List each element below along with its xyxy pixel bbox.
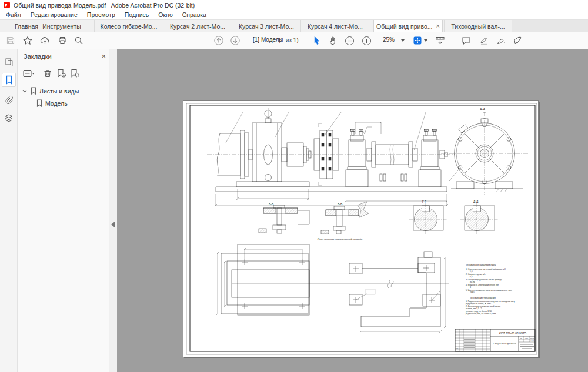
- tab-kursach-3[interactable]: Курсач 3 лист-Мо...: [232, 20, 300, 32]
- bookmark-child-label: Модель: [45, 100, 68, 107]
- tech-req-heading: Технические требования: [470, 297, 496, 299]
- page-fit-button[interactable]: [410, 33, 425, 48]
- add-bookmark-button[interactable]: [55, 67, 68, 80]
- title-block: КСЛ 201-03.00.00ВО Общий вид привода Лит…: [455, 329, 535, 351]
- toolbar-separator: [453, 36, 453, 45]
- search-icon: [74, 36, 83, 45]
- tab-kursach-4[interactable]: Курсач 4 лист-Мо...: [300, 20, 369, 32]
- menu-item-file[interactable]: Файл: [0, 11, 26, 18]
- pdf-page[interactable]: А-А: [183, 100, 539, 357]
- tab-tools[interactable]: Инструменты: [41, 20, 82, 32]
- main-toolbar: [1] Модель (1 из 1) 25%: [0, 32, 588, 49]
- bookmark-root-item[interactable]: Листы и виды: [22, 87, 79, 95]
- delete-bookmark-button[interactable]: [41, 67, 54, 80]
- select-tool-button[interactable]: [309, 33, 323, 48]
- svg-text:5,0: 5,0: [470, 270, 473, 273]
- tab-koleso-gibkoe[interactable]: Колесо гибкое-Мо...: [94, 20, 163, 32]
- svg-text:2. Скорость цепи, м/с: 2. Скорость цепи, м/с: [466, 273, 486, 276]
- acrobat-app-icon: [4, 2, 10, 8]
- attachments-panel-button[interactable]: [2, 92, 16, 106]
- chevron-down-icon[interactable]: [22, 88, 28, 94]
- menu-bar: Файл Редактирование Просмотр Подпись Окн…: [0, 10, 588, 19]
- find-button[interactable]: [72, 33, 86, 48]
- pages-icon: [4, 58, 14, 67]
- bookmark-root-label: Листы и виды: [39, 88, 79, 95]
- fill-sign-tool-button[interactable]: [510, 33, 524, 48]
- svg-text:Изм. Лист № докум. Подп. Да: Изм. Лист № докум. Подп. Дата: [456, 333, 473, 334]
- app-body: Закладки × Листы и виды Модел: [0, 49, 588, 372]
- tab-label: Курсач 4 лист-Мо...: [308, 23, 363, 30]
- save-button[interactable]: [4, 33, 18, 48]
- hand-tool-button[interactable]: [326, 33, 340, 48]
- tab-strip: Главная Инструменты Колесо гибкое-Мо... …: [0, 19, 588, 32]
- print-button[interactable]: [55, 33, 69, 48]
- sign-tool-button[interactable]: [494, 33, 508, 48]
- scale-value: 1:2,5: [530, 340, 534, 342]
- layers-panel-button[interactable]: [2, 111, 16, 125]
- paperclip-icon: [4, 95, 14, 104]
- fit-caret-icon[interactable]: [424, 39, 427, 42]
- bookmark-child-item[interactable]: Модель: [36, 99, 68, 107]
- zoom-in-button[interactable]: [359, 33, 373, 48]
- bookmark-icon: [5, 75, 14, 85]
- svg-text:радиальное, мм, не более 0,4 м: радиальное, мм, не более 0,4 мм: [466, 313, 496, 315]
- svg-text:1. Окружная сила на тяговой з: 1. Окружная сила на тяговой звёздочке, к…: [466, 268, 506, 270]
- bookmark-search-icon: [70, 69, 80, 78]
- comment-bubble-icon: [462, 36, 471, 45]
- svg-text:Лит.: Лит.: [520, 337, 523, 339]
- title-bar: Общий вид привода-Модель.pdf - Adobe Acr…: [0, 0, 588, 10]
- tab-tikhokhodny-val[interactable]: Тихоходный вал-...: [444, 20, 512, 32]
- drawing-title: Общий вид привода: [493, 342, 516, 345]
- page-count-label: (1 из 1): [279, 37, 299, 43]
- highlight-tool-button[interactable]: [477, 33, 491, 48]
- svg-text:3. Общее передаточное число п: 3. Общее передаточное число привода: [466, 279, 502, 281]
- svg-text:Н.контр.: Н.контр.: [456, 345, 461, 346]
- next-page-button[interactable]: [228, 33, 242, 48]
- find-bookmark-button[interactable]: [68, 67, 81, 80]
- menu-item-sign[interactable]: Подпись: [120, 11, 154, 18]
- fill-sign-icon: [513, 36, 523, 45]
- zoom-out-button[interactable]: [342, 33, 356, 48]
- comment-tool-button[interactable]: [459, 33, 473, 48]
- cloud-upload-icon: [40, 36, 50, 45]
- bookmark-add-icon: [56, 69, 66, 78]
- tab-label: Тихоходный вал-...: [451, 23, 505, 30]
- plus-circle-icon: [362, 36, 372, 46]
- hand-icon: [328, 36, 338, 45]
- close-panel-icon[interactable]: ×: [101, 52, 106, 60]
- main-assembly-view: [207, 108, 455, 206]
- section-details: Б-Б В-В Г-Г: [259, 200, 498, 234]
- zoom-level-field[interactable]: 25%: [379, 35, 398, 45]
- bookmarks-panel-button[interactable]: [2, 73, 16, 87]
- support-plan-view: [216, 244, 449, 333]
- panel-gutter: [109, 49, 117, 372]
- menu-item-window[interactable]: Окно: [153, 11, 177, 18]
- menu-item-edit[interactable]: Редактирование: [26, 11, 82, 18]
- view-label-aa: А-А: [480, 108, 486, 111]
- document-area[interactable]: А-А: [117, 49, 588, 372]
- favorites-button[interactable]: [21, 33, 35, 48]
- tab-obshchiy-vid-active[interactable]: Общий вид приво... ×: [373, 20, 443, 32]
- technical-text: Техническая характеристика: 1. Окружная …: [466, 264, 515, 315]
- menu-item-view[interactable]: Просмотр: [82, 11, 120, 18]
- close-tab-icon[interactable]: ×: [436, 23, 439, 29]
- menu-item-help[interactable]: Справка: [178, 11, 211, 18]
- share-button[interactable]: [38, 33, 52, 48]
- scroll-mode-button[interactable]: [433, 33, 447, 48]
- tab-kursach-2[interactable]: Курсач 2 лист-Мо...: [163, 20, 232, 32]
- svg-text:Пров.: Пров.: [456, 342, 459, 343]
- trash-icon: [43, 69, 52, 78]
- collapse-panel-icon[interactable]: [111, 222, 115, 227]
- zoom-caret-icon[interactable]: [401, 39, 405, 42]
- svg-text:Утв.: Утв.: [456, 348, 459, 349]
- minus-circle-icon: [345, 36, 355, 46]
- page-thumbnails-panel-button[interactable]: [2, 55, 16, 69]
- svg-text:Разраб.: Разраб.: [456, 339, 460, 340]
- plan-caption: План опорных поверхностей привода: [318, 237, 363, 240]
- bookmark-options-button[interactable]: [22, 67, 35, 80]
- svg-text:Масштаб: Масштаб: [530, 337, 534, 339]
- previous-page-button[interactable]: [212, 33, 226, 48]
- svg-text:2880: 2880: [470, 291, 475, 294]
- star-icon: [23, 36, 32, 45]
- svg-text:3: 3: [470, 286, 471, 289]
